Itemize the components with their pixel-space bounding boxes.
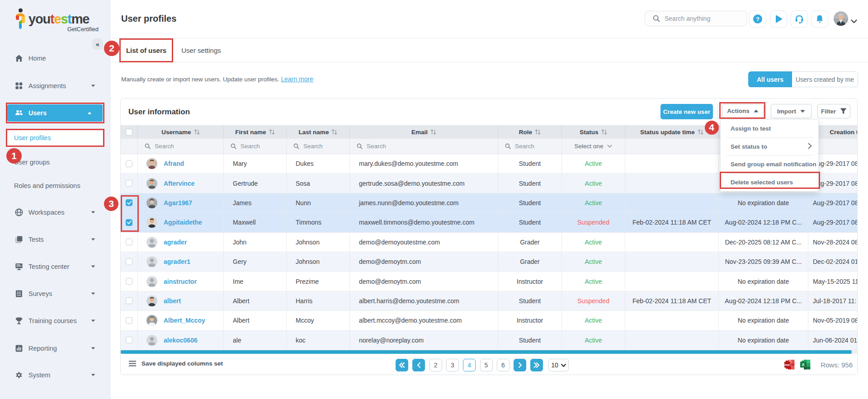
sidebar-item-tests[interactable]: Tests: [0, 231, 110, 248]
username-link[interactable]: Afrand: [164, 160, 184, 167]
page-button-6[interactable]: 6: [497, 359, 509, 371]
help-button[interactable]: ?: [749, 10, 766, 28]
global-search-input[interactable]: Search anything: [645, 11, 747, 26]
save-columns-button[interactable]: Save displayed columns set: [129, 360, 223, 367]
column-header-role[interactable]: Role: [498, 125, 562, 139]
chevron-down-icon: [91, 319, 95, 322]
row-checkbox[interactable]: [126, 258, 132, 265]
menu-item-delete-selected-users[interactable]: Delete selected users: [721, 174, 818, 191]
user-avatar[interactable]: [834, 11, 848, 26]
row-checkbox[interactable]: [126, 180, 132, 187]
page-button-4[interactable]: 4: [463, 359, 476, 371]
actions-button[interactable]: Actions: [722, 104, 764, 118]
creation-time-cell: Aug-29-2017 08: [808, 193, 858, 212]
row-checkbox[interactable]: [126, 317, 132, 324]
column-header-first-name[interactable]: First name: [224, 125, 287, 139]
chevron-down-icon: [91, 84, 95, 87]
table-row-agrader1: agrader1GeryJohnsondemo@demoytm.comGrade…: [121, 252, 858, 272]
page-button-2[interactable]: 2: [429, 359, 442, 371]
support-button[interactable]: [791, 10, 808, 28]
sidebar-item-home[interactable]: Home: [0, 50, 110, 67]
username-link[interactable]: Agpitaidethe: [164, 219, 202, 226]
filter-search-input[interactable]: Search: [138, 139, 224, 154]
row-checkbox[interactable]: [126, 160, 132, 167]
chevron-down-icon: [91, 265, 95, 268]
check-icon: [127, 201, 132, 205]
sort-icon: [430, 129, 436, 135]
last-page-button[interactable]: [530, 359, 543, 371]
sidebar-item-reporting[interactable]: Reporting: [0, 340, 110, 357]
sidebar-item-workspaces[interactable]: Workspaces: [0, 204, 110, 221]
email-cell: albert.harris@demo.youtestme.com: [350, 291, 498, 310]
menu-item-send-group-email-notification[interactable]: Send group email notification: [721, 155, 818, 173]
filter-button[interactable]: Filter: [817, 104, 850, 118]
filter-search-input[interactable]: Search: [498, 139, 562, 154]
save-columns-label: Save displayed columns set: [142, 360, 223, 367]
export-excel-icon[interactable]: X: [800, 360, 811, 371]
username-link[interactable]: Aftervince: [164, 180, 194, 187]
first-page-button[interactable]: [396, 359, 408, 371]
row-checkbox[interactable]: [126, 239, 132, 245]
sidebar-item-user-groups[interactable]: User groups: [0, 154, 110, 171]
username-link[interactable]: alekoc0606: [164, 337, 198, 344]
sidebar-item-users[interactable]: Users: [7, 104, 103, 122]
youtestme-logo-icon: [14, 8, 26, 33]
column-header-0: [121, 125, 138, 139]
notifications-button[interactable]: [811, 10, 828, 28]
sidebar-item-label: Users: [28, 109, 47, 117]
row-checkbox[interactable]: [126, 199, 132, 206]
filter-search-input[interactable]: Search: [350, 139, 498, 154]
sidebar-item-surveys[interactable]: Surveys: [0, 285, 110, 302]
sidebar-item-system[interactable]: System: [0, 366, 110, 384]
import-button[interactable]: Import: [771, 104, 811, 118]
row-checkbox[interactable]: [126, 337, 132, 343]
username-link[interactable]: albert: [164, 297, 181, 305]
filter-button-label: Filter: [821, 108, 836, 115]
user-avatar: [146, 296, 157, 306]
menu-item-set-status-to[interactable]: Set status to: [721, 138, 818, 155]
table-row-alekoc0606: alekoc0606alekocnorelay@noreplay.comStud…: [121, 331, 858, 350]
tab-list-of-users[interactable]: List of users: [119, 38, 173, 62]
username-link[interactable]: ainstructor: [164, 278, 197, 285]
avatar-menu-caret[interactable]: [851, 17, 857, 25]
learn-more-link[interactable]: Learn more: [281, 75, 313, 83]
column-header-status[interactable]: Status: [562, 125, 625, 139]
menu-item-assign-to-test[interactable]: Assign to test: [721, 120, 818, 137]
sort-icon: [194, 129, 200, 135]
toggle-all-users[interactable]: All users: [748, 71, 792, 87]
page-button-3[interactable]: 3: [446, 359, 459, 371]
horizontal-scrollbar-thumb[interactable]: [121, 350, 852, 354]
column-header-email[interactable]: Email: [350, 125, 498, 139]
page-button-5[interactable]: 5: [480, 359, 493, 371]
first-name-cell: ale: [224, 331, 287, 350]
status-badge: Suspended: [577, 297, 609, 305]
sidebar-item-testing-center[interactable]: Testing center: [0, 258, 110, 275]
export-pdf-icon[interactable]: PDF: [784, 360, 795, 371]
username-link[interactable]: agrader: [164, 239, 187, 246]
column-header-last-name[interactable]: Last name: [287, 125, 350, 139]
tab-user-settings[interactable]: User settings: [173, 38, 229, 62]
username-link[interactable]: Albert_Mccoy: [164, 317, 205, 324]
sidebar-item-user-profiles[interactable]: User profiles: [7, 129, 103, 146]
toggle-users-created-by-me[interactable]: Users created by me: [792, 71, 858, 87]
username-link[interactable]: agrader1: [164, 258, 190, 265]
sidebar-item-training-courses[interactable]: Training courses: [0, 312, 110, 329]
row-checkbox[interactable]: [126, 278, 132, 285]
sidebar-item-roles-and-permissions[interactable]: Roles and permissions: [0, 177, 110, 194]
filter-search-input[interactable]: Search: [287, 139, 350, 154]
row-checkbox[interactable]: [126, 297, 132, 304]
page-size-select[interactable]: 10: [548, 359, 569, 371]
sidebar-item-assignments[interactable]: Assignments: [0, 77, 110, 94]
select-all-checkbox[interactable]: [126, 129, 132, 136]
next-page-button[interactable]: [514, 359, 526, 371]
filter-status-select[interactable]: Select one: [562, 139, 625, 154]
column-header-status-update-time[interactable]: Status update time: [625, 125, 719, 139]
sidebar-collapse-button[interactable]: «: [92, 38, 103, 50]
filter-search-input[interactable]: Search: [224, 139, 287, 154]
create-new-user-button[interactable]: Create new user: [660, 104, 713, 119]
row-checkbox[interactable]: [126, 219, 132, 226]
column-header-username[interactable]: Username: [138, 125, 224, 139]
previous-page-button[interactable]: [412, 359, 425, 371]
username-link[interactable]: Agar1967: [164, 199, 192, 207]
tutorial-video-button[interactable]: [770, 10, 787, 28]
